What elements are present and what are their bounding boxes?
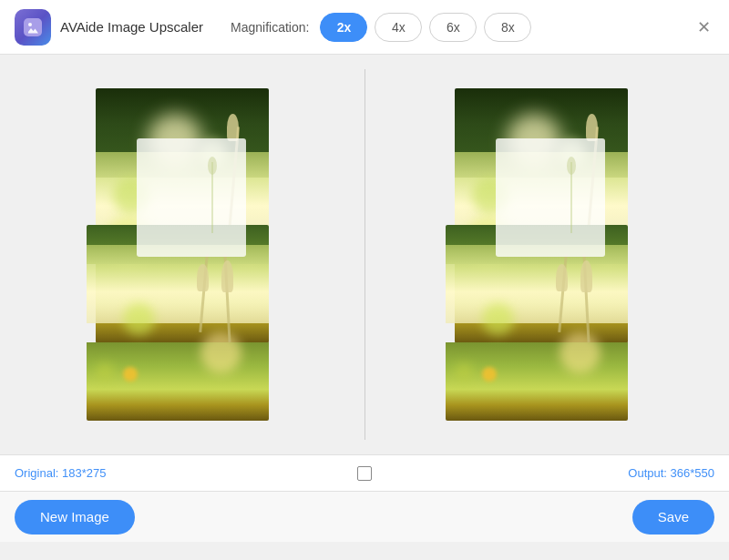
app-title: AVAide Image Upscaler [60,19,203,35]
mag-btn-6x[interactable]: 6x [429,13,477,42]
bottom-bar: New Image Save [0,491,729,542]
svg-rect-0 [24,18,42,36]
original-dimensions: Original: 183*275 [15,466,106,480]
original-glass-overlay [137,138,246,257]
new-image-button[interactable]: New Image [15,500,135,535]
output-image [436,88,642,421]
save-button[interactable]: Save [632,500,714,535]
main-area [0,55,729,454]
magnification-buttons: 2x 4x 6x 8x [320,13,531,42]
close-button[interactable]: ✕ [693,16,714,38]
original-image [87,88,293,421]
output-dimensions: Output: 366*550 [628,466,714,480]
output-glass-overlay [496,138,605,257]
original-image-panel [15,69,364,440]
title-bar: AVAide Image Upscaler Magnification: 2x … [0,0,729,55]
magnification-label: Magnification: [231,20,309,35]
app-icon [15,9,51,46]
status-bar: Original: 183*275 Output: 366*550 [0,454,729,491]
divider-icon [357,466,372,481]
svg-point-1 [28,23,32,26]
mag-btn-8x[interactable]: 8x [484,13,531,42]
output-image-panel [365,69,715,440]
mag-btn-2x[interactable]: 2x [320,13,367,42]
mag-btn-4x[interactable]: 4x [375,13,422,42]
